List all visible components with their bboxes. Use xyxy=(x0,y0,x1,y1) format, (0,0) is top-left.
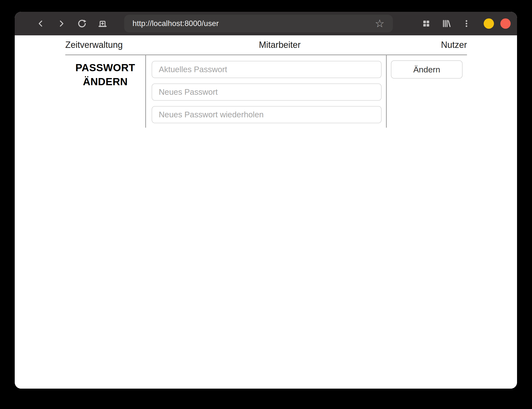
chevron-right-icon xyxy=(57,19,66,28)
reload-icon xyxy=(77,19,87,28)
toolbar-nav-buttons xyxy=(15,17,109,30)
user-page-layout: Zeitverwaltung Mitarbeiter Nutzer PASSWO… xyxy=(65,35,467,128)
section-title: PASSWORT ÄNDERN xyxy=(65,61,145,89)
tab-overview-button[interactable] xyxy=(419,17,433,30)
nav-item-mitarbeiter[interactable]: Mitarbeiter xyxy=(145,40,387,50)
reload-button[interactable] xyxy=(75,17,89,30)
repeat-new-password-input[interactable] xyxy=(152,106,382,123)
toolbar-right-buttons xyxy=(419,17,517,30)
grid-icon xyxy=(422,19,431,28)
kebab-menu-icon xyxy=(462,19,471,28)
menu-button[interactable] xyxy=(460,17,473,30)
nav-item-label[interactable]: Nutzer xyxy=(441,40,467,50)
section-title-line1: PASSWORT xyxy=(65,61,145,75)
new-tab-icon xyxy=(98,19,107,28)
nav-item-label[interactable]: Mitarbeiter xyxy=(259,40,301,50)
close-window-button[interactable] xyxy=(500,18,511,29)
page-content: Zeitverwaltung Mitarbeiter Nutzer PASSWO… xyxy=(15,35,517,389)
current-password-input[interactable] xyxy=(152,61,382,78)
password-section-title-cell: PASSWORT ÄNDERN xyxy=(65,55,145,128)
bookmark-star-icon[interactable]: ☆ xyxy=(375,18,385,29)
browser-toolbar: http://localhost:8000/user ☆ xyxy=(15,12,517,35)
section-title-line2: ÄNDERN xyxy=(65,75,145,89)
nav-item-label[interactable]: Zeitverwaltung xyxy=(65,40,123,50)
password-change-section: PASSWORT ÄNDERN Ändern xyxy=(65,55,467,128)
forward-button[interactable] xyxy=(54,17,68,30)
url-text[interactable]: http://localhost:8000/user xyxy=(133,19,375,28)
new-tab-button[interactable] xyxy=(96,17,109,30)
library-button[interactable] xyxy=(439,17,453,30)
back-button[interactable] xyxy=(34,17,48,30)
browser-window: http://localhost:8000/user ☆ xyxy=(15,12,517,389)
nav-item-nutzer[interactable]: Nutzer xyxy=(387,40,467,50)
password-fields-cell xyxy=(145,55,387,128)
change-password-button[interactable]: Ändern xyxy=(391,60,463,79)
nav-item-zeitverwaltung[interactable]: Zeitverwaltung xyxy=(65,40,145,50)
library-icon xyxy=(441,19,451,28)
url-bar[interactable]: http://localhost:8000/user ☆ xyxy=(124,15,393,32)
minimize-window-button[interactable] xyxy=(484,18,494,29)
chevron-left-icon xyxy=(36,19,45,28)
main-nav: Zeitverwaltung Mitarbeiter Nutzer xyxy=(65,35,467,55)
new-password-input[interactable] xyxy=(152,83,382,101)
password-action-cell: Ändern xyxy=(387,55,467,128)
